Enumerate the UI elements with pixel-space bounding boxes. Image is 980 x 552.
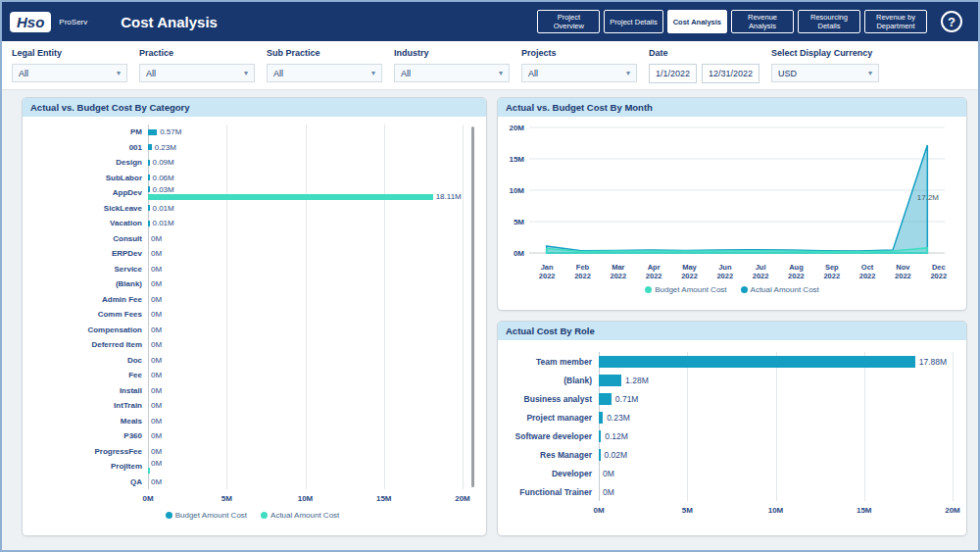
role-row: Software developer0.12M bbox=[506, 427, 958, 445]
x-axis-tick-label: Jun2022 bbox=[708, 263, 743, 281]
role-bar[interactable] bbox=[599, 393, 612, 405]
value-label: 0.06M bbox=[153, 174, 174, 182]
help-icon[interactable]: ? bbox=[941, 11, 962, 32]
value-label: 0M bbox=[151, 386, 162, 395]
legend: Budget Amount CostActual Amount Cost bbox=[26, 507, 478, 524]
role-bar[interactable] bbox=[599, 356, 915, 368]
role-bar[interactable] bbox=[599, 412, 603, 424]
value-label: 0M bbox=[151, 447, 162, 456]
role-bar-area: 0.12M bbox=[599, 430, 953, 442]
category-label: Fee bbox=[26, 371, 148, 379]
filter-label: Date bbox=[649, 48, 760, 58]
sub-practice-dropdown[interactable]: All ▾ bbox=[267, 64, 382, 82]
filter-label: Industry bbox=[394, 48, 510, 58]
role-bar[interactable] bbox=[599, 449, 601, 461]
role-label: Project manager bbox=[506, 413, 599, 423]
x-axis-tick-label: Nov2022 bbox=[885, 263, 920, 281]
category-label: AppDev bbox=[26, 188, 148, 197]
category-bars: 0M bbox=[148, 372, 463, 379]
category-row: Design0.09M bbox=[26, 155, 478, 171]
budget-bar[interactable] bbox=[148, 221, 150, 226]
tab-project-overview[interactable]: Project Overview bbox=[537, 10, 600, 33]
dropdown-value: All bbox=[273, 69, 283, 78]
budget-bar[interactable] bbox=[148, 175, 150, 180]
practice-dropdown[interactable]: All ▾ bbox=[139, 64, 255, 82]
value-label: 1.28M bbox=[625, 376, 649, 385]
budget-bar[interactable] bbox=[148, 160, 150, 166]
legend-dot-icon bbox=[261, 512, 268, 519]
tab-revenue-analysis[interactable]: Revenue Analysis bbox=[731, 10, 794, 33]
legend-label: Budget Amount Cost bbox=[655, 285, 726, 294]
budget-bar[interactable] bbox=[148, 205, 150, 211]
role-bar[interactable] bbox=[599, 430, 601, 442]
axis-tick-label: 0M bbox=[142, 494, 153, 503]
category-row: Doc0M bbox=[26, 353, 478, 369]
legal-entity-dropdown[interactable]: All ▾ bbox=[12, 64, 127, 82]
role-bar-area: 0M bbox=[599, 486, 953, 498]
axis-tick-label: 15M bbox=[857, 506, 872, 515]
category-bars: 0M bbox=[148, 326, 463, 334]
value-label: 0.01M bbox=[153, 204, 174, 213]
role-bar-area: 0.71M bbox=[599, 393, 953, 405]
category-bars: 0M bbox=[148, 280, 463, 288]
category-bars: 0.57M bbox=[148, 128, 463, 136]
tab-revenue-by-department[interactable]: Revenue by Department bbox=[864, 10, 927, 33]
category-bars: 0.01M bbox=[148, 205, 463, 213]
budget-bar[interactable] bbox=[148, 144, 152, 150]
category-label: QA bbox=[26, 477, 148, 486]
category-bars: 0.23M bbox=[148, 144, 463, 152]
budget-bar[interactable] bbox=[148, 129, 157, 135]
category-bars: 0M bbox=[148, 448, 463, 456]
category-row: Vacation0.01M bbox=[26, 216, 478, 231]
projects-dropdown[interactable]: All ▾ bbox=[521, 64, 637, 82]
tab-cost-analysis[interactable]: Cost Analysis bbox=[667, 10, 727, 33]
category-row: Fee0M bbox=[26, 368, 478, 383]
currency-dropdown[interactable]: USD ▾ bbox=[771, 64, 879, 82]
area-plot[interactable]: 17.2M bbox=[529, 123, 956, 262]
value-label: 0.23M bbox=[155, 143, 176, 152]
actual-bar[interactable] bbox=[148, 194, 433, 200]
value-label: 0M bbox=[151, 340, 162, 349]
axis-tick-label: 5M bbox=[682, 506, 693, 515]
category-row: SickLeave0.01M bbox=[26, 201, 478, 217]
value-label: 0.01M bbox=[153, 219, 174, 227]
category-label: Install bbox=[26, 386, 148, 395]
x-axis-tick-label: Jul2022 bbox=[743, 263, 778, 281]
category-row: AppDev0.03M18.11M bbox=[26, 185, 478, 201]
industry-dropdown[interactable]: All ▾ bbox=[394, 64, 510, 82]
date-end-input[interactable]: 12/31/2022 bbox=[702, 64, 760, 83]
tab-project-details[interactable]: Project Details bbox=[604, 10, 662, 33]
chart-scrollbar[interactable] bbox=[471, 126, 474, 487]
tab-resourcing-details[interactable]: Resourcing Details bbox=[798, 10, 860, 33]
actual-bar[interactable] bbox=[148, 468, 150, 474]
filter-projects: Projects All ▾ bbox=[521, 48, 637, 82]
role-bar[interactable] bbox=[599, 375, 621, 386]
top-navbar: Hso ProServ Cost Analysis Project Overvi… bbox=[2, 2, 978, 41]
legend-item[interactable]: Budget Amount Cost bbox=[645, 285, 726, 294]
x-axis-tick-label: Feb2022 bbox=[564, 263, 600, 281]
legend-item[interactable]: Budget Amount Cost bbox=[166, 511, 247, 520]
value-label: 0M bbox=[151, 234, 162, 243]
category-bars: 0M bbox=[148, 341, 463, 349]
filter-legal-entity: Legal Entity All ▾ bbox=[12, 48, 127, 82]
category-bars: 0M bbox=[148, 402, 463, 410]
dropdown-value: All bbox=[401, 69, 411, 78]
value-label: 0M bbox=[603, 487, 614, 497]
charts-area: Actual vs. Budget Cost By Category PM0.5… bbox=[2, 90, 978, 550]
axis-tick-label: 10M bbox=[298, 494, 314, 503]
legend-item[interactable]: Actual Amount Cost bbox=[261, 511, 339, 520]
budget-bar[interactable] bbox=[148, 186, 150, 192]
category-bars: 0M bbox=[148, 235, 463, 243]
category-row: 0010.23M bbox=[26, 140, 478, 156]
y-axis-tick-label: 5M bbox=[514, 218, 524, 226]
value-label: 0M bbox=[151, 295, 162, 304]
legend-item[interactable]: Actual Amount Cost bbox=[741, 285, 819, 294]
dropdown-value: All bbox=[528, 69, 538, 78]
chart-title-cost-by-role: Actual Cost By Role bbox=[498, 322, 966, 340]
filter-date: Date 1/1/2022 12/31/2022 bbox=[649, 48, 760, 82]
category-label: Admin Fee bbox=[26, 295, 148, 304]
value-label: 0M bbox=[151, 477, 162, 486]
date-start-input[interactable]: 1/1/2022 bbox=[649, 64, 697, 83]
filter-bar: Legal Entity All ▾ Practice All ▾ Sub Pr… bbox=[2, 41, 978, 90]
category-label: Doc bbox=[26, 356, 148, 365]
